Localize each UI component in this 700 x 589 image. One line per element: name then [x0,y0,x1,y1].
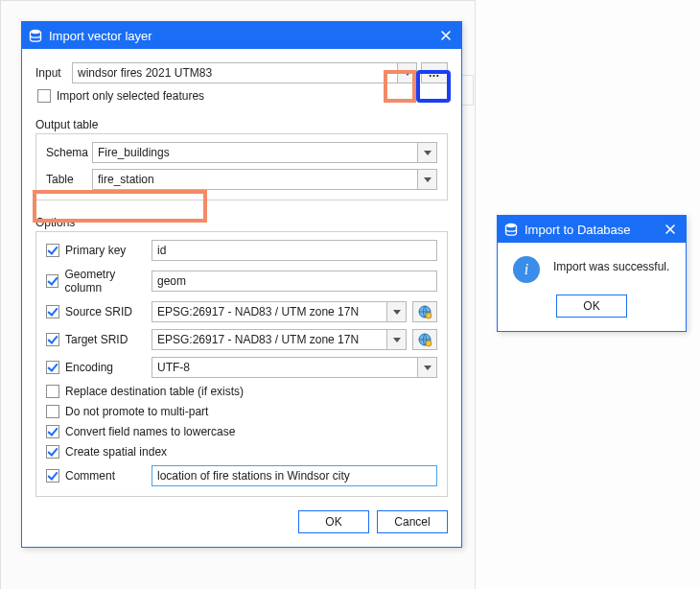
table-row: Table [46,169,437,190]
primary-key-label: Primary key [65,244,126,257]
source-srid-label: Source SRID [65,305,132,318]
titlebar[interactable]: Import vector layer [22,22,461,49]
globe-icon [417,332,432,347]
import-only-selected-checkbox[interactable] [37,89,51,103]
primary-key-row: Primary key [46,240,437,261]
msg-body: i Import was successful. [498,243,686,287]
svg-point-2 [426,313,432,318]
msg-footer: OK [498,287,686,331]
msg-text: Import was successful. [553,256,669,273]
input-browse-button[interactable]: … [421,62,448,83]
lowercase-row: Convert field names to lowercase [46,425,437,438]
svg-point-5 [506,224,517,227]
table-dropdown-button[interactable] [418,169,437,190]
dialog-body: Input … Import only selected features Ou… [22,49,461,547]
chevron-down-icon [424,151,432,155]
lowercase-checkbox[interactable] [46,425,59,438]
title-text: Import vector layer [49,29,436,43]
input-row: Input … [35,62,448,83]
globe-icon [417,304,432,319]
target-srid-checkbox[interactable] [46,333,59,346]
options-group-label: Options [35,216,448,229]
no-multipart-row: Do not promote to multi-part [46,405,437,418]
chevron-down-icon [393,338,401,342]
target-srid-crs-button[interactable] [412,329,437,350]
output-table-group-label: Output table [35,118,448,131]
import-vector-layer-dialog: Import vector layer Input … Import only … [21,21,462,548]
source-srid-crs-button[interactable] [412,301,437,322]
input-dropdown-button[interactable] [398,62,417,83]
source-srid-checkbox[interactable] [46,305,59,318]
no-multipart-checkbox[interactable] [46,405,59,418]
target-srid-row: Target SRID [46,329,437,350]
table-label: Table [46,173,92,186]
comment-row: Comment [46,465,437,486]
msg-title-text: Import to Database [525,223,661,237]
background-sliver [460,75,474,106]
encoding-label: Encoding [65,361,113,374]
chevron-down-icon [424,365,432,370]
chevron-down-icon [404,71,411,76]
database-icon [503,222,519,237]
options-group: Primary key Geometry column Source [35,231,448,497]
spatial-index-label: Create spatial index [65,445,167,459]
replace-table-row: Replace destination table (if exists) [46,385,437,398]
chevron-down-icon [424,177,432,182]
lowercase-label: Convert field names to lowercase [65,425,235,438]
no-multipart-label: Do not promote to multi-part [65,405,208,418]
geometry-column-row: Geometry column [46,268,437,294]
dialog-footer: OK Cancel [35,510,448,533]
import-only-selected-label: Import only selected features [57,89,204,103]
input-label: Input [35,66,72,80]
encoding-field[interactable] [152,357,418,378]
schema-row: Schema [46,142,437,163]
msg-ok-button[interactable]: OK [556,294,627,318]
target-srid-label: Target SRID [65,333,128,346]
svg-point-4 [426,341,432,346]
encoding-checkbox[interactable] [46,361,59,374]
import-only-selected-row: Import only selected features [37,89,448,103]
encoding-row: Encoding [46,357,437,378]
source-srid-field[interactable] [152,301,387,322]
comment-label: Comment [65,469,115,483]
schema-field[interactable] [92,142,418,163]
comment-checkbox[interactable] [46,469,59,483]
geometry-column-field[interactable] [152,271,437,292]
geometry-column-checkbox[interactable] [46,274,58,288]
chevron-down-icon [393,310,401,315]
msg-close-button[interactable] [661,220,680,239]
database-icon [28,28,43,43]
geometry-column-label: Geometry column [64,268,152,294]
spatial-index-row: Create spatial index [46,445,437,459]
info-icon: i [513,256,540,283]
primary-key-field[interactable] [152,240,437,261]
svg-point-0 [31,30,41,34]
schema-dropdown-button[interactable] [418,142,437,163]
spatial-index-checkbox[interactable] [46,445,59,459]
target-srid-field[interactable] [152,329,387,350]
replace-table-label: Replace destination table (if exists) [65,385,244,398]
source-srid-row: Source SRID [46,301,437,322]
close-button[interactable] [436,26,455,45]
output-table-group: Schema Table [35,133,448,200]
ok-button[interactable]: OK [298,510,369,533]
target-srid-dropdown[interactable] [387,329,407,350]
comment-field[interactable] [152,465,437,486]
encoding-dropdown[interactable] [418,357,437,378]
input-field[interactable] [72,62,398,83]
import-to-database-dialog: Import to Database i Import was successf… [497,215,687,332]
replace-table-checkbox[interactable] [46,385,59,398]
table-field[interactable] [92,169,418,190]
source-srid-dropdown[interactable] [387,301,407,322]
primary-key-checkbox[interactable] [46,244,59,257]
msg-titlebar[interactable]: Import to Database [498,216,686,243]
schema-label: Schema [46,146,92,159]
cancel-button[interactable]: Cancel [377,510,448,533]
